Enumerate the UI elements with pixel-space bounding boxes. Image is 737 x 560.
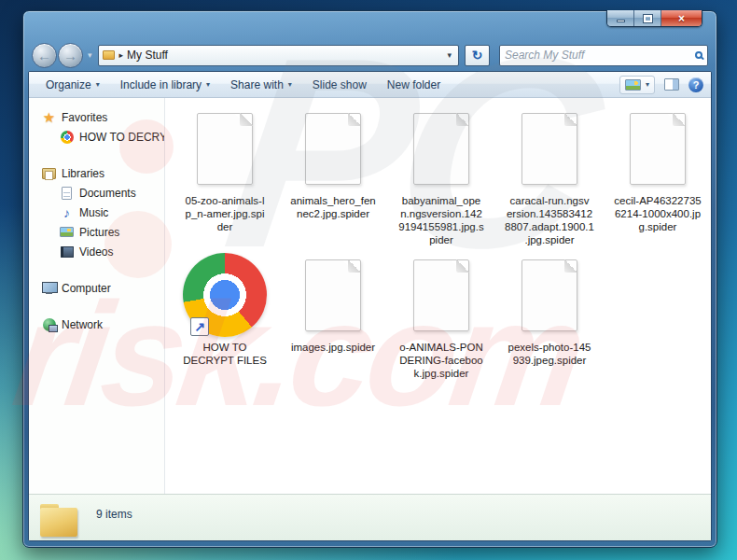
sidebar-item-label: Favorites bbox=[62, 111, 107, 124]
client-area: Organize ▾ Include in library ▾ Share wi… bbox=[28, 71, 712, 541]
sidebar-item-label: Pictures bbox=[79, 226, 119, 239]
toolbar-button-organize[interactable]: Organize ▾ bbox=[36, 75, 109, 95]
file-item-babyanimal-open-ngsversion-1429194155981[interactable]: babyanimal_open.ngsversion.1429194155981… bbox=[387, 104, 495, 250]
blank-file-icon bbox=[413, 259, 469, 331]
help-icon[interactable]: ? bbox=[688, 77, 703, 92]
sidebar-item-libraries[interactable]: Libraries bbox=[29, 163, 164, 183]
music-icon: ♪ bbox=[60, 205, 74, 219]
folder-icon bbox=[40, 504, 79, 538]
file-item-cecil-ap463227356214-1000x400-jpg-spider[interactable]: cecil-AP463227356214-1000x400.jpg.spider bbox=[604, 104, 711, 250]
blank-file-icon bbox=[413, 113, 469, 185]
file-item-05-zoo-animals-lp-n-amer-jpg-spider[interactable]: 05-zoo-animals-lp_n-amer.jpg.spider bbox=[171, 104, 279, 250]
forward-button[interactable]: → bbox=[58, 43, 83, 68]
details-pane: 9 items bbox=[29, 494, 711, 540]
toolbar-button-share-with[interactable]: Share with ▾ bbox=[221, 75, 301, 95]
breadcrumb[interactable]: My Stuff bbox=[127, 49, 168, 62]
chevron-down-icon: ▾ bbox=[96, 80, 100, 89]
file-name-label: babyanimal_open.ngsversion.1429194155981… bbox=[398, 194, 483, 246]
file-name-label: 05-zoo-animals-lp_n-amer.jpg.spider bbox=[185, 194, 264, 233]
libraries-icon bbox=[42, 166, 56, 180]
refresh-button[interactable]: ↻ bbox=[465, 45, 490, 66]
navigation-bar: ← → ▾ ▸ My Stuff ▾ ↻ bbox=[28, 39, 712, 71]
views-caret-icon: ▾ bbox=[646, 80, 649, 89]
sidebar-item-documents[interactable]: Documents bbox=[29, 183, 164, 203]
sidebar-item-pictures[interactable]: Pictures bbox=[29, 222, 164, 242]
file-grid: 05-zoo-animals-lp_n-amer.jpg.spider anim… bbox=[171, 104, 711, 397]
sidebar-item-favorites[interactable]: ★ Favorites bbox=[29, 107, 164, 127]
sidebar-item-label: Music bbox=[79, 206, 108, 219]
videos-icon bbox=[60, 245, 74, 259]
file-item-pexels-photo-145939-jpeg-spider[interactable]: pexels-photo-145939.jpeg.spider bbox=[495, 250, 604, 397]
change-view-button[interactable]: ▾ bbox=[619, 76, 655, 94]
minimize-icon bbox=[617, 20, 625, 22]
explorer-window: × ← → ▾ ▸ My Stuff ▾ ↻ bbox=[22, 10, 717, 548]
search-box bbox=[499, 45, 708, 66]
file-item-how-to-decrypt-files[interactable]: ↗ HOW TODECRYPT FILES bbox=[171, 250, 279, 397]
sidebar-item-label: Documents bbox=[79, 187, 136, 200]
blank-file-icon bbox=[630, 113, 686, 185]
back-button[interactable]: ← bbox=[32, 43, 57, 68]
back-icon: ← bbox=[37, 48, 51, 63]
sidebar-item-music[interactable]: ♪ Music bbox=[29, 203, 164, 222]
file-list-area[interactable]: 05-zoo-animals-lp_n-amer.jpg.spider anim… bbox=[165, 98, 711, 494]
maximize-button[interactable] bbox=[634, 10, 661, 26]
file-name-label: HOW TODECRYPT FILES bbox=[183, 341, 267, 367]
close-icon: × bbox=[678, 13, 685, 24]
search-icon[interactable] bbox=[695, 51, 702, 59]
shortcut-arrow-icon: ↗ bbox=[190, 317, 209, 336]
file-item-o-animals-pondering-facebook-jpg-spider[interactable]: o-ANIMALS-PONDERING-facebook.jpg.spider bbox=[387, 250, 495, 397]
breadcrumb-arrow-icon[interactable]: ▸ bbox=[119, 50, 124, 60]
content-area: ★ Favorites HOW TO DECRYPT I Libraries D… bbox=[29, 98, 711, 494]
close-button[interactable]: × bbox=[661, 10, 702, 26]
sidebar-item-computer[interactable]: Computer bbox=[29, 278, 164, 298]
preview-pane-icon[interactable] bbox=[664, 78, 679, 91]
forward-icon: → bbox=[63, 48, 77, 63]
chrome-icon bbox=[60, 130, 74, 144]
minimize-button[interactable] bbox=[607, 10, 634, 26]
command-toolbar: Organize ▾ Include in library ▾ Share wi… bbox=[29, 72, 711, 98]
sidebar-item-videos[interactable]: Videos bbox=[29, 242, 164, 261]
toolbar-left-group: Organize ▾ Include in library ▾ Share wi… bbox=[36, 75, 450, 95]
toolbar-button-include-in-library[interactable]: Include in library ▾ bbox=[111, 75, 219, 95]
document-icon bbox=[60, 186, 74, 200]
blank-file-icon bbox=[521, 113, 577, 185]
blank-file-icon bbox=[305, 113, 361, 185]
file-name-label: images.jpg.spider bbox=[291, 341, 375, 354]
views-icon bbox=[625, 79, 641, 91]
address-dropdown-icon[interactable]: ▾ bbox=[444, 50, 454, 60]
sidebar-item-network[interactable]: Network bbox=[29, 315, 164, 334]
address-bar[interactable]: ▸ My Stuff ▾ bbox=[98, 45, 459, 66]
window-controls: × bbox=[606, 10, 702, 27]
file-item-animals-hero-fennec2-jpg-spider[interactable]: animals_hero_fennec2.jpg.spider bbox=[279, 104, 387, 250]
file-name-label: animals_hero_fennec2.jpg.spider bbox=[290, 194, 375, 220]
chrome-icon bbox=[61, 131, 74, 144]
items-count: 9 items bbox=[96, 508, 132, 521]
file-name-label: cecil-AP463227356214-1000x400.jpg.spider bbox=[614, 194, 701, 233]
network-icon bbox=[42, 317, 56, 331]
toolbar-button-slide-show[interactable]: Slide show bbox=[303, 75, 376, 95]
pictures-icon bbox=[60, 225, 74, 239]
blank-file-icon bbox=[305, 259, 361, 331]
blank-file-icon bbox=[197, 113, 253, 185]
chevron-down-icon: ▾ bbox=[206, 80, 210, 89]
blank-file-icon bbox=[521, 259, 577, 331]
desktop-background: × ← → ▾ ▸ My Stuff ▾ ↻ bbox=[0, 0, 737, 560]
file-name-label: pexels-photo-145939.jpeg.spider bbox=[508, 341, 591, 367]
refresh-icon: ↻ bbox=[472, 48, 483, 63]
title-bar[interactable]: × bbox=[28, 11, 712, 39]
address-folder-icon bbox=[103, 49, 116, 61]
sidebar-item-how-to-decrypt-i[interactable]: HOW TO DECRYPT I bbox=[29, 127, 164, 147]
sidebar-item-label: Network bbox=[62, 318, 103, 331]
sidebar-item-label: Videos bbox=[79, 245, 113, 259]
sidebar-item-label: Computer bbox=[62, 282, 111, 295]
search-input[interactable] bbox=[505, 49, 691, 62]
file-name-label: o-ANIMALS-PONDERING-facebook.jpg.spider bbox=[399, 341, 482, 380]
file-item-images-jpg-spider[interactable]: images.jpg.spider bbox=[279, 250, 387, 397]
toolbar-button-new-folder[interactable]: New folder bbox=[378, 75, 450, 95]
chevron-down-icon: ▾ bbox=[288, 80, 292, 89]
computer-icon bbox=[42, 281, 56, 295]
recent-pages-caret-icon[interactable]: ▾ bbox=[88, 50, 92, 60]
toolbar-right-group: ▾ ? bbox=[619, 76, 703, 94]
sidebar-item-label: HOW TO DECRYPT I bbox=[79, 131, 164, 144]
file-item-caracal-run-ngsversion-1435834128807-ada[interactable]: caracal-run.ngsversion.1435834128807.ada… bbox=[495, 104, 604, 250]
